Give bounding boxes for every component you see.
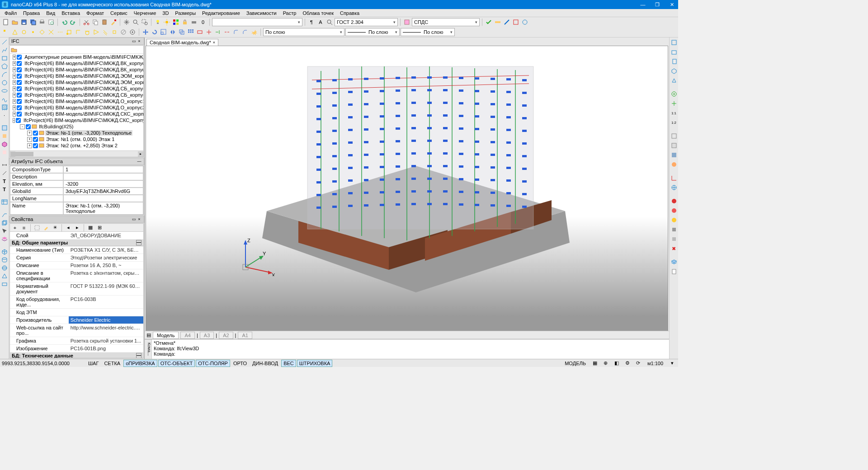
- tree-row[interactable]: +IfcProject(#6) BIM-модель\BIM\IFC\МКЖД.…: [10, 92, 143, 98]
- menu-Растр[interactable]: Растр: [280, 10, 299, 16]
- lineweight-dropdown[interactable]: По слою: [263, 28, 344, 36]
- menu-Справка[interactable]: Справка: [337, 10, 362, 16]
- tree-row[interactable]: -IfcBuilding(#25): [10, 123, 143, 130]
- tree-checkbox[interactable]: [17, 80, 22, 85]
- tree-checkbox[interactable]: [17, 112, 22, 117]
- tree-checkbox[interactable]: [17, 67, 22, 72]
- chamfer-button[interactable]: [241, 28, 249, 36]
- command-line[interactable]: Кома... *Отмена* Команда: IfcView3D Кома…: [145, 339, 669, 359]
- 3d-box-button[interactable]: [1, 248, 8, 255]
- save-button[interactable]: [20, 18, 28, 26]
- break-button[interactable]: [223, 28, 231, 36]
- status-toggle-ШТРИХОВКА[interactable]: ШТРИХОВКА: [297, 360, 333, 367]
- scale-display[interactable]: м1:100: [645, 360, 665, 367]
- tree-expand-button[interactable]: -: [13, 118, 15, 123]
- tree-expand-button[interactable]: +: [13, 61, 16, 66]
- snap-perp-button[interactable]: [74, 28, 82, 36]
- region-button[interactable]: [1, 149, 8, 156]
- measure-button-3[interactable]: [512, 18, 520, 26]
- spds-button-1[interactable]: [403, 18, 411, 26]
- new-file-button[interactable]: [2, 18, 10, 26]
- view-tab-a3[interactable]: A3: [200, 332, 214, 339]
- green-check-button[interactable]: [485, 18, 493, 26]
- light-button[interactable]: [154, 18, 162, 26]
- text-style-dropdown[interactable]: ГОСТ 2.304: [335, 18, 398, 26]
- trim-button[interactable]: [205, 28, 213, 36]
- wireframe-button[interactable]: [670, 132, 678, 140]
- ucs-button[interactable]: [670, 174, 678, 182]
- menu-Вид[interactable]: Вид: [43, 10, 58, 16]
- open-file-button[interactable]: [11, 18, 19, 26]
- tree-row[interactable]: +IfcProject(#6) BIM-модель\BIM\IFC\МКЖД.…: [10, 79, 143, 85]
- tree-row[interactable]: +Архитектурные решения BIM-модель\BIM\IF…: [10, 54, 143, 60]
- paste-button[interactable]: [100, 18, 108, 26]
- mirror-button[interactable]: [169, 28, 177, 36]
- status-toggle-ШАГ[interactable]: ШАГ: [86, 360, 101, 367]
- menu-Зависимости[interactable]: Зависимости: [244, 10, 279, 16]
- offset-button[interactable]: [178, 28, 186, 36]
- rect-tool-button[interactable]: [1, 55, 8, 62]
- status-icon-5[interactable]: ⟳: [634, 359, 642, 367]
- tree-checkbox[interactable]: [16, 118, 21, 123]
- print-preview-button[interactable]: [47, 18, 55, 26]
- document-tab[interactable]: Сводная BIM-модель.dwg* ×: [146, 39, 218, 46]
- tree-row[interactable]: +IfcProject(#6) BIM-модель\BIM\IFC\МКЖД.…: [10, 85, 143, 92]
- red-sphere2-button[interactable]: [670, 207, 678, 215]
- status-toggle-ОТС-ОБЪЕКТ[interactable]: ОТС-ОБЪЕКТ: [158, 360, 195, 367]
- tree-row[interactable]: +IfcProject(#6) BIM-модель\BIM\IFC\МКЖД.…: [10, 98, 143, 104]
- tree-checkbox[interactable]: [17, 86, 22, 91]
- tree-expand-button[interactable]: +: [13, 86, 16, 91]
- tree-row[interactable]: +Этаж: №2 (отм. +2,850) Этаж 2: [10, 142, 143, 149]
- prop-value[interactable]: [69, 309, 143, 316]
- view-tabs-menu-button[interactable]: ▤: [146, 332, 151, 338]
- grey-cube-button[interactable]: [670, 226, 678, 234]
- table-button[interactable]: [1, 198, 8, 206]
- status-toggle-ОТС-ПОЛЯР[interactable]: ОТС-ПОЛЯР: [196, 360, 230, 367]
- save-all-button[interactable]: [29, 18, 37, 26]
- leader-button[interactable]: [1, 211, 8, 218]
- tree-row[interactable]: +IfcProject(#6) BIM-модель\BIM\IFC\МКЖД.…: [10, 73, 143, 79]
- layer-0-button[interactable]: 0: [199, 18, 207, 26]
- menu-Вставка[interactable]: Вставка: [59, 10, 83, 16]
- tree-checkbox[interactable]: [17, 74, 22, 79]
- ifc-panel-pin-button[interactable]: ▭: [131, 39, 137, 43]
- status-expand-button[interactable]: ▾: [668, 359, 676, 367]
- tree-checkbox[interactable]: [33, 143, 38, 148]
- status-toggle-ДИН-ВВОД[interactable]: ДИН-ВВОД: [250, 360, 280, 367]
- tree-expand-button[interactable]: +: [27, 143, 32, 148]
- red-x-button[interactable]: ✖: [670, 244, 678, 253]
- snap-ext-button[interactable]: [56, 28, 64, 36]
- insert-button[interactable]: [1, 132, 8, 140]
- attr-value[interactable]: Этаж: №-1 (отм. -3,200) Техподполье: [63, 202, 143, 215]
- snap-end-button[interactable]: [2, 28, 10, 36]
- paragraph-button[interactable]: ¶: [307, 18, 316, 26]
- viewport-3d[interactable]: Z X Y: [146, 46, 668, 331]
- prop-value[interactable]: Этюд\Розетки электрические: [69, 254, 143, 262]
- scale-1-2-button[interactable]: 1:2: [670, 118, 678, 127]
- tree-checkbox[interactable]: [26, 124, 31, 129]
- spline-tool-button[interactable]: [1, 95, 8, 103]
- match-prop-button[interactable]: [109, 18, 118, 26]
- tree-checkbox[interactable]: [33, 131, 38, 136]
- attr-panel-collapse-button[interactable]: —: [137, 159, 142, 164]
- snap-int-button[interactable]: [47, 28, 55, 36]
- dim-linear-button[interactable]: [1, 161, 8, 169]
- attr-value[interactable]: 3duyEFJqT3ZhBAKJhRvd6G: [63, 188, 143, 195]
- props-panel-close-button[interactable]: ×: [137, 217, 142, 221]
- 3d-tool5-button[interactable]: [1, 281, 8, 288]
- snap-none-button[interactable]: [119, 28, 127, 36]
- menu-Размеры[interactable]: Размеры: [172, 10, 198, 16]
- tree-row[interactable]: +IfcProject(#6) BIM-модель\BIM\IFC\МКЖД.…: [10, 60, 143, 66]
- view-tab-a2[interactable]: A2: [219, 332, 233, 339]
- prop-value[interactable]: ГОСТ Р 51322.1-99 (МЭК 60884...: [69, 282, 143, 296]
- props-panel-pin-button[interactable]: ▭: [131, 217, 137, 221]
- prop-value[interactable]: Schneider Electric: [69, 316, 143, 324]
- props-add-button[interactable]: +: [11, 224, 19, 232]
- view-tab-a4[interactable]: A4: [180, 332, 194, 339]
- props-tree-button[interactable]: ⊞: [95, 224, 104, 232]
- print-button[interactable]: [38, 18, 46, 26]
- snap-node-button[interactable]: [29, 28, 37, 36]
- polygon-tool-button[interactable]: [1, 63, 8, 70]
- hidden-button[interactable]: [670, 141, 678, 150]
- menu-Файл[interactable]: Файл: [2, 10, 19, 16]
